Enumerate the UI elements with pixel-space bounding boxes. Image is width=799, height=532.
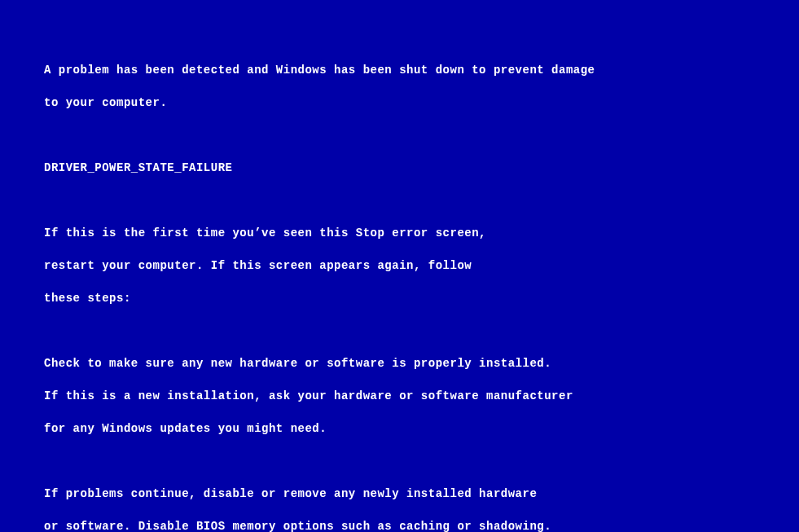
bsod-screen: A problem has been detected and Windows … [0, 0, 799, 532]
blank-line [44, 192, 760, 209]
blank-line [44, 323, 760, 339]
first-time-line-1: If this is the first time you’ve seen th… [44, 225, 760, 241]
blank-line [44, 127, 760, 143]
problems-line-2: or software. Disable BIOS memory options… [44, 518, 760, 532]
first-time-line-3: these steps: [44, 290, 760, 306]
check-line-1: Check to make sure any new hardware or s… [44, 355, 760, 372]
check-line-2: If this is a new installation, ask your … [44, 388, 760, 404]
blank-line [44, 453, 760, 469]
problems-line-1: If problems continue, disable or remove … [44, 486, 760, 502]
first-time-line-2: restart your computer. If this screen ap… [44, 257, 760, 274]
intro-line-2: to your computer. [44, 95, 760, 111]
check-line-3: for any Windows updates you might need. [44, 420, 760, 437]
intro-line-1: A problem has been detected and Windows … [44, 62, 760, 78]
error-name: DRIVER_POWER_STATE_FAILURE [44, 160, 760, 176]
